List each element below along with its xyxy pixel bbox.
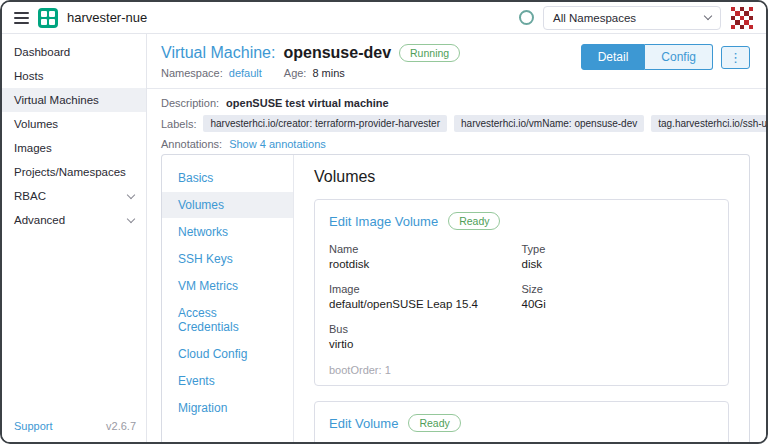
volume-card-rootdisk: Edit Image Volume Ready Name rootdisk Ty… bbox=[314, 199, 729, 386]
vm-meta: Description: openSUSE test virtual machi… bbox=[161, 97, 750, 150]
field-label: Image bbox=[329, 283, 522, 295]
edit-image-volume-link[interactable]: Edit Image Volume bbox=[329, 214, 438, 229]
volume-field: Name rootdisk bbox=[329, 243, 522, 270]
namespace-filter-value: All Namespaces bbox=[553, 12, 636, 24]
harvester-app-logo-icon bbox=[38, 8, 58, 28]
sidebar-item-label: Projects/Namespaces bbox=[14, 166, 126, 178]
harvester-brand-logo-icon bbox=[730, 6, 754, 30]
tab-access-credentials[interactable]: Access Credentials bbox=[162, 300, 293, 340]
main-content: Virtual Machine: opensuse-dev Running Na… bbox=[147, 34, 766, 442]
sidebar-item-hosts[interactable]: Hosts bbox=[2, 64, 146, 88]
harvester-app-window: harvester-nue All Namespaces Dashboard H… bbox=[0, 0, 768, 444]
field-value: disk bbox=[522, 258, 715, 270]
tab-migration[interactable]: Migration bbox=[162, 395, 293, 421]
sidebar-item-label: Images bbox=[14, 142, 52, 154]
description-value: openSUSE test virtual machine bbox=[226, 97, 389, 109]
chevron-down-icon bbox=[127, 214, 135, 222]
sidebar-item-virtual-machines[interactable]: Virtual Machines bbox=[2, 88, 146, 112]
show-annotations-link[interactable]: Show 4 annotations bbox=[229, 138, 326, 150]
field-value: 40Gi bbox=[522, 298, 715, 310]
tab-cloud-config[interactable]: Cloud Config bbox=[162, 341, 293, 367]
namespace-link[interactable]: default bbox=[229, 67, 262, 79]
field-label: Type bbox=[522, 243, 715, 255]
field-label: Name bbox=[329, 243, 522, 255]
volumes-tab-content: Volumes Edit Image Volume Ready Name roo… bbox=[294, 155, 749, 442]
volume-field: Bus virtio bbox=[329, 323, 522, 350]
description-label: Description: bbox=[161, 97, 219, 109]
more-actions-button[interactable]: ⋮ bbox=[721, 46, 750, 69]
label-pill: harvesterhci.io/vmName: opensuse-dev bbox=[454, 115, 644, 132]
tab-nav: Basics Volumes Networks SSH Keys VM Metr… bbox=[162, 155, 294, 442]
label-pill: harvesterhci.io/creator: terraform-provi… bbox=[203, 115, 447, 132]
cluster-name: harvester-nue bbox=[67, 10, 147, 25]
tab-vm-metrics[interactable]: VM Metrics bbox=[162, 273, 293, 299]
cluster-status-icon bbox=[519, 10, 534, 25]
volume-field: Size 40Gi bbox=[522, 283, 715, 310]
vm-name: opensuse-dev bbox=[283, 44, 391, 62]
header-divider bbox=[147, 88, 766, 89]
version-label: v2.6.7 bbox=[106, 420, 136, 432]
tab-ssh-keys[interactable]: SSH Keys bbox=[162, 246, 293, 272]
sidebar-item-advanced[interactable]: Advanced bbox=[2, 208, 146, 232]
boot-order-label: bootOrder: 1 bbox=[329, 364, 714, 376]
age-value: 8 mins bbox=[312, 67, 344, 79]
sidebar-item-label: Dashboard bbox=[14, 46, 70, 58]
label-pill: tag.harvesterhci.io/ssh-user: opensuse bbox=[651, 115, 768, 132]
volume-status-badge: Ready bbox=[448, 212, 500, 230]
page-title-prefix: Virtual Machine: bbox=[161, 44, 275, 62]
field-value: default/openSUSE Leap 15.4 bbox=[329, 298, 522, 310]
field-label: Size bbox=[522, 283, 715, 295]
sidebar-item-dashboard[interactable]: Dashboard bbox=[2, 40, 146, 64]
sidebar-item-rbac[interactable]: RBAC bbox=[2, 184, 146, 208]
detail-button[interactable]: Detail bbox=[581, 44, 646, 70]
namespace-filter-select[interactable]: All Namespaces bbox=[543, 6, 721, 30]
sidebar-item-label: RBAC bbox=[14, 190, 46, 202]
volume-status-badge: Ready bbox=[408, 414, 460, 432]
tab-basics[interactable]: Basics bbox=[162, 165, 293, 191]
age-label: Age: bbox=[284, 67, 307, 79]
field-label: Bus bbox=[329, 323, 522, 335]
volumes-heading: Volumes bbox=[314, 168, 729, 186]
vm-status-badge: Running bbox=[399, 44, 460, 62]
tab-volumes[interactable]: Volumes bbox=[162, 192, 293, 218]
header-actions: Detail Config ⋮ bbox=[581, 44, 750, 70]
volume-card-emptydisk: Edit Volume Ready Name emptydisk Type di… bbox=[314, 401, 729, 442]
sidebar-item-label: Virtual Machines bbox=[14, 94, 99, 106]
chevron-down-icon bbox=[127, 190, 135, 198]
page-header: Virtual Machine: opensuse-dev Running Na… bbox=[161, 44, 750, 79]
sidebar-nav: Dashboard Hosts Virtual Machines Volumes… bbox=[2, 34, 147, 442]
sidebar-item-label: Advanced bbox=[14, 214, 65, 226]
namespace-label: Namespace: bbox=[161, 67, 223, 79]
kebab-icon: ⋮ bbox=[729, 50, 742, 65]
field-value: rootdisk bbox=[329, 258, 522, 270]
chevron-down-icon bbox=[704, 12, 712, 20]
edit-volume-link[interactable]: Edit Volume bbox=[329, 416, 398, 431]
tab-networks[interactable]: Networks bbox=[162, 219, 293, 245]
volume-field: Image default/openSUSE Leap 15.4 bbox=[329, 283, 522, 310]
annotations-label: Annotations: bbox=[161, 138, 222, 150]
sidebar-item-label: Volumes bbox=[14, 118, 58, 130]
tab-events[interactable]: Events bbox=[162, 368, 293, 394]
hamburger-menu-icon[interactable] bbox=[14, 12, 29, 24]
volume-field: Type disk bbox=[522, 243, 715, 270]
field-value: virtio bbox=[329, 338, 522, 350]
detail-tab-panel: Basics Volumes Networks SSH Keys VM Metr… bbox=[161, 154, 750, 442]
support-link[interactable]: Support bbox=[14, 420, 53, 432]
config-button[interactable]: Config bbox=[645, 44, 713, 70]
sidebar-item-volumes[interactable]: Volumes bbox=[2, 112, 146, 136]
sidebar-item-images[interactable]: Images bbox=[2, 136, 146, 160]
sidebar-item-projects-namespaces[interactable]: Projects/Namespaces bbox=[2, 160, 146, 184]
sidebar-item-label: Hosts bbox=[14, 70, 43, 82]
sidebar-footer: Support v2.6.7 bbox=[14, 420, 136, 432]
labels-label: Labels: bbox=[161, 118, 196, 130]
top-bar: harvester-nue All Namespaces bbox=[2, 2, 766, 34]
